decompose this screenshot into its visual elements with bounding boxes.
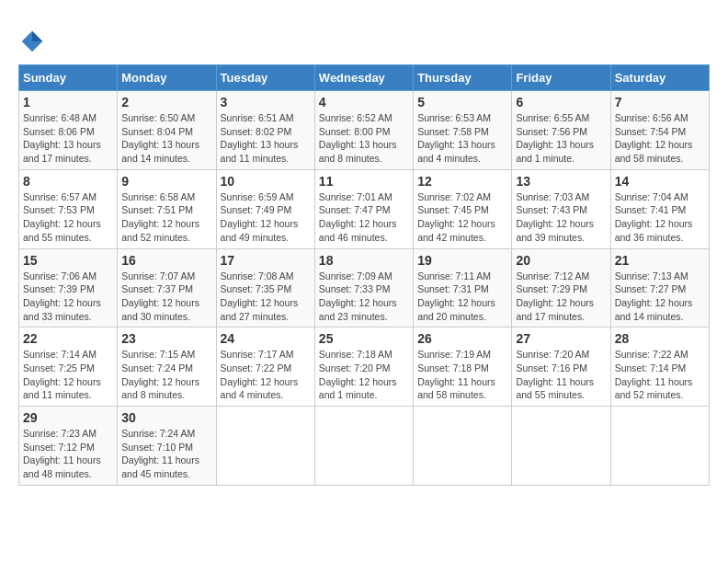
calendar-day-3: 3 Sunrise: 6:51 AM Sunset: 8:02 PM Dayli…: [216, 91, 314, 170]
day-number: 10: [221, 174, 311, 189]
day-number: 4: [319, 95, 409, 109]
calendar-day-21: 21 Sunrise: 7:13 AM Sunset: 7:27 PM Dayl…: [610, 248, 709, 327]
day-number: 21: [615, 253, 705, 268]
day-number: 14: [615, 174, 705, 189]
calendar-day-16: 16 Sunrise: 7:07 AM Sunset: 7:37 PM Dayl…: [118, 248, 216, 327]
calendar-day-9: 9 Sunrise: 6:58 AM Sunset: 7:51 PM Dayli…: [118, 169, 216, 248]
day-info: Sunrise: 6:55 AM Sunset: 7:56 PM Dayligh…: [516, 111, 606, 166]
weekday-header-friday: Friday: [512, 65, 610, 91]
day-info: Sunrise: 7:07 AM Sunset: 7:37 PM Dayligh…: [121, 270, 211, 324]
calendar-day-11: 11 Sunrise: 7:01 AM Sunset: 7:47 PM Dayl…: [314, 169, 413, 248]
day-info: Sunrise: 7:11 AM Sunset: 7:31 PM Dayligh…: [417, 270, 507, 324]
day-number: 17: [221, 253, 311, 268]
calendar-day-30: 30 Sunrise: 7:24 AM Sunset: 7:10 PM Dayl…: [118, 407, 216, 486]
day-info: Sunrise: 6:48 AM Sunset: 8:06 PM Dayligh…: [23, 111, 113, 166]
weekday-header-saturday: Saturday: [610, 65, 709, 91]
calendar-day-20: 20 Sunrise: 7:12 AM Sunset: 7:29 PM Dayl…: [512, 248, 610, 327]
day-info: Sunrise: 7:22 AM Sunset: 7:14 PM Dayligh…: [615, 348, 705, 402]
calendar-day-6: 6 Sunrise: 6:55 AM Sunset: 7:56 PM Dayli…: [512, 91, 610, 170]
day-info: Sunrise: 7:08 AM Sunset: 7:35 PM Dayligh…: [221, 270, 311, 324]
day-info: Sunrise: 6:51 AM Sunset: 8:02 PM Dayligh…: [221, 111, 311, 166]
day-info: Sunrise: 7:17 AM Sunset: 7:22 PM Dayligh…: [221, 348, 311, 402]
calendar-day-empty: [314, 407, 413, 486]
calendar-day-2: 2 Sunrise: 6:50 AM Sunset: 8:04 PM Dayli…: [118, 91, 216, 170]
calendar-day-12: 12 Sunrise: 7:02 AM Sunset: 7:45 PM Dayl…: [414, 169, 512, 248]
day-number: 1: [23, 95, 113, 109]
day-info: Sunrise: 7:23 AM Sunset: 7:12 PM Dayligh…: [23, 427, 113, 481]
day-info: Sunrise: 7:01 AM Sunset: 7:47 PM Dayligh…: [319, 190, 409, 245]
svg-marker-1: [32, 31, 42, 41]
calendar-day-empty: [414, 407, 512, 486]
calendar-day-28: 28 Sunrise: 7:22 AM Sunset: 7:14 PM Dayl…: [610, 327, 709, 407]
day-number: 29: [23, 410, 113, 425]
day-number: 18: [319, 253, 409, 268]
day-info: Sunrise: 6:58 AM Sunset: 7:51 PM Dayligh…: [121, 190, 211, 245]
calendar-day-1: 1 Sunrise: 6:48 AM Sunset: 8:06 PM Dayli…: [19, 91, 118, 170]
day-number: 28: [615, 331, 705, 346]
logo: [18, 28, 50, 55]
weekday-header-thursday: Thursday: [414, 65, 512, 91]
page-header: [18, 18, 710, 55]
calendar-day-empty: [512, 407, 610, 486]
day-info: Sunrise: 7:13 AM Sunset: 7:27 PM Dayligh…: [615, 270, 705, 324]
day-number: 30: [121, 410, 211, 425]
calendar-day-15: 15 Sunrise: 7:06 AM Sunset: 7:39 PM Dayl…: [19, 248, 118, 327]
day-number: 5: [417, 95, 507, 109]
calendar-day-29: 29 Sunrise: 7:23 AM Sunset: 7:12 PM Dayl…: [19, 407, 118, 486]
day-info: Sunrise: 6:57 AM Sunset: 7:53 PM Dayligh…: [23, 190, 113, 245]
day-number: 6: [516, 95, 606, 109]
day-number: 20: [516, 253, 606, 268]
day-number: 16: [121, 253, 211, 268]
day-info: Sunrise: 7:14 AM Sunset: 7:25 PM Dayligh…: [23, 348, 113, 402]
day-number: 13: [516, 174, 606, 189]
day-number: 15: [23, 253, 113, 268]
calendar-day-8: 8 Sunrise: 6:57 AM Sunset: 7:53 PM Dayli…: [19, 169, 118, 248]
day-number: 23: [121, 331, 211, 346]
calendar-day-18: 18 Sunrise: 7:09 AM Sunset: 7:33 PM Dayl…: [314, 248, 413, 327]
calendar-day-27: 27 Sunrise: 7:20 AM Sunset: 7:16 PM Dayl…: [512, 327, 610, 407]
day-info: Sunrise: 7:18 AM Sunset: 7:20 PM Dayligh…: [319, 348, 409, 402]
day-number: 8: [23, 174, 113, 189]
calendar-day-7: 7 Sunrise: 6:56 AM Sunset: 7:54 PM Dayli…: [610, 91, 709, 170]
calendar-day-23: 23 Sunrise: 7:15 AM Sunset: 7:24 PM Dayl…: [118, 327, 216, 407]
weekday-header-monday: Monday: [118, 65, 216, 91]
day-info: Sunrise: 6:59 AM Sunset: 7:49 PM Dayligh…: [221, 190, 311, 245]
calendar-day-25: 25 Sunrise: 7:18 AM Sunset: 7:20 PM Dayl…: [314, 327, 413, 407]
day-info: Sunrise: 7:03 AM Sunset: 7:43 PM Dayligh…: [516, 190, 606, 245]
day-info: Sunrise: 7:06 AM Sunset: 7:39 PM Dayligh…: [23, 270, 113, 324]
calendar-day-22: 22 Sunrise: 7:14 AM Sunset: 7:25 PM Dayl…: [19, 327, 118, 407]
calendar-day-14: 14 Sunrise: 7:04 AM Sunset: 7:41 PM Dayl…: [610, 169, 709, 248]
calendar-day-13: 13 Sunrise: 7:03 AM Sunset: 7:43 PM Dayl…: [512, 169, 610, 248]
weekday-header-sunday: Sunday: [19, 65, 118, 91]
day-info: Sunrise: 7:15 AM Sunset: 7:24 PM Dayligh…: [121, 348, 211, 402]
day-number: 26: [417, 331, 507, 346]
day-info: Sunrise: 6:50 AM Sunset: 8:04 PM Dayligh…: [121, 111, 211, 166]
day-info: Sunrise: 6:52 AM Sunset: 8:00 PM Dayligh…: [319, 111, 409, 166]
day-info: Sunrise: 7:04 AM Sunset: 7:41 PM Dayligh…: [615, 190, 705, 245]
day-info: Sunrise: 7:09 AM Sunset: 7:33 PM Dayligh…: [319, 270, 409, 324]
calendar-day-5: 5 Sunrise: 6:53 AM Sunset: 7:58 PM Dayli…: [414, 91, 512, 170]
day-number: 22: [23, 331, 113, 346]
day-info: Sunrise: 7:02 AM Sunset: 7:45 PM Dayligh…: [417, 190, 507, 245]
weekday-header-wednesday: Wednesday: [314, 65, 413, 91]
day-number: 12: [417, 174, 507, 189]
weekday-header-tuesday: Tuesday: [216, 65, 314, 91]
day-number: 11: [319, 174, 409, 189]
calendar-day-empty: [610, 407, 709, 486]
day-number: 7: [615, 95, 705, 109]
calendar-day-10: 10 Sunrise: 6:59 AM Sunset: 7:49 PM Dayl…: [216, 169, 314, 248]
day-number: 2: [121, 95, 211, 109]
day-info: Sunrise: 6:56 AM Sunset: 7:54 PM Dayligh…: [615, 111, 705, 166]
day-number: 25: [319, 331, 409, 346]
logo-icon: [18, 28, 46, 55]
day-number: 9: [121, 174, 211, 189]
day-info: Sunrise: 6:53 AM Sunset: 7:58 PM Dayligh…: [417, 111, 507, 166]
calendar-week-row: 15 Sunrise: 7:06 AM Sunset: 7:39 PM Dayl…: [19, 248, 710, 327]
calendar-day-17: 17 Sunrise: 7:08 AM Sunset: 7:35 PM Dayl…: [216, 248, 314, 327]
day-info: Sunrise: 7:19 AM Sunset: 7:18 PM Dayligh…: [417, 348, 507, 402]
calendar-day-empty: [216, 407, 314, 486]
calendar-week-row: 8 Sunrise: 6:57 AM Sunset: 7:53 PM Dayli…: [19, 169, 710, 248]
calendar-day-24: 24 Sunrise: 7:17 AM Sunset: 7:22 PM Dayl…: [216, 327, 314, 407]
calendar-week-row: 29 Sunrise: 7:23 AM Sunset: 7:12 PM Dayl…: [19, 407, 710, 486]
calendar-week-row: 1 Sunrise: 6:48 AM Sunset: 8:06 PM Dayli…: [19, 91, 710, 170]
